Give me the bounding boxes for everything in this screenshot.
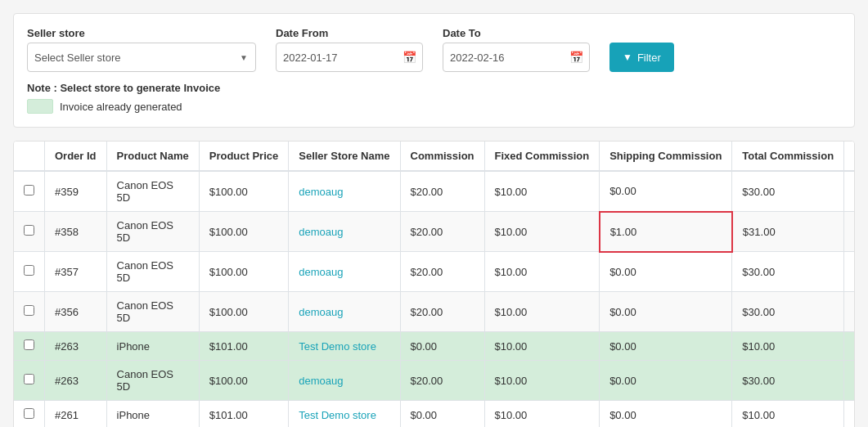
row-checkbox[interactable]	[24, 305, 34, 316]
row-product-price: $100.00	[199, 171, 289, 212]
row-checkbox[interactable]	[24, 408, 34, 419]
table-row: #359Canon EOS 5D$100.00demoaug$20.00$10.…	[14, 171, 855, 212]
row-fixed-commission: $10.00	[484, 292, 600, 332]
row-commission: $20.00	[400, 361, 484, 401]
row-total-commission: $30.00	[732, 252, 844, 292]
header-shipping-commission: Shipping Commission	[600, 142, 732, 171]
header-order-id: Order Id	[45, 142, 107, 171]
row-total-commission: $30.00	[732, 171, 844, 212]
seller-store-select[interactable]: Select Seller store	[27, 43, 256, 72]
table-row: #357Canon EOS 5D$100.00demoaug$20.00$10.…	[14, 252, 855, 292]
row-checkbox-cell	[14, 401, 45, 428]
seller-store-field: Seller store Select Seller store	[27, 27, 256, 72]
row-product-name: Canon EOS 5D	[106, 361, 199, 401]
row-fixed-commission: $10.00	[484, 252, 600, 292]
header-fixed-commission: Fixed Commission	[484, 142, 600, 171]
date-to-input[interactable]	[443, 43, 590, 72]
row-shipping-commission: $0.00	[600, 332, 732, 361]
row-total-commission: $30.00	[732, 361, 844, 401]
filter-button[interactable]: ▼ Filter	[609, 43, 674, 72]
header-seller-store-name: Seller Store Name	[289, 142, 400, 171]
row-shipping-commission: $0.00	[600, 361, 732, 401]
row-commission: $20.00	[400, 171, 484, 212]
row-order-id: #357	[45, 252, 107, 292]
date-from-calendar-icon[interactable]: 📅	[403, 51, 416, 64]
row-order-id: #356	[45, 292, 107, 332]
row-product-name: iPhone	[106, 332, 199, 361]
table-body: #359Canon EOS 5D$100.00demoaug$20.00$10.…	[14, 171, 855, 427]
filter-button-label: Filter	[637, 52, 661, 64]
legend-label: Invoice already generated	[60, 101, 182, 113]
row-product-price: $101.00	[199, 332, 289, 361]
date-to-calendar-icon[interactable]: 📅	[569, 51, 583, 64]
row-order-id: #263	[45, 361, 107, 401]
row-product-name: iPhone	[106, 401, 199, 428]
seller-store-select-wrapper: Select Seller store	[27, 43, 256, 72]
row-fixed-commission: $10.00	[484, 401, 600, 428]
filter-row: Seller store Select Seller store Date Fr…	[27, 27, 841, 72]
date-from-wrapper: 📅	[276, 43, 423, 72]
row-commission: $20.00	[400, 292, 484, 332]
row-seller-store-name[interactable]: demoaug	[289, 212, 400, 252]
table-row: #263iPhone$101.00Test Demo store$0.00$10…	[14, 332, 855, 361]
table-row: #356Canon EOS 5D$100.00demoaug$20.00$10.…	[14, 292, 855, 332]
row-checkbox-cell	[14, 332, 45, 361]
row-total-commission: $10.00	[732, 332, 844, 361]
row-fixed-commission: $10.00	[484, 332, 600, 361]
row-product-name: Canon EOS 5D	[106, 252, 199, 292]
row-created-date: 16/02/2022	[844, 212, 855, 252]
row-product-price: $100.00	[199, 292, 289, 332]
date-to-field: Date To 📅	[443, 27, 590, 72]
row-total-commission: $10.00	[732, 401, 844, 428]
row-seller-store-name[interactable]: demoaug	[289, 361, 400, 401]
date-from-field: Date From 📅	[276, 27, 423, 72]
row-product-name: Canon EOS 5D	[106, 212, 199, 252]
row-product-name: Canon EOS 5D	[106, 292, 199, 332]
row-fixed-commission: $10.00	[484, 212, 600, 252]
row-created-date: 16/02/2022	[844, 252, 855, 292]
note-text: Note : Select store to generate Invoice	[27, 82, 841, 94]
legend-item: Invoice already generated	[27, 99, 841, 114]
legend-box	[27, 99, 53, 114]
row-seller-store-name[interactable]: demoaug	[289, 252, 400, 292]
row-checkbox[interactable]	[24, 265, 34, 276]
table-row: #263Canon EOS 5D$100.00demoaug$20.00$10.…	[14, 361, 855, 401]
row-shipping-commission: $1.00	[600, 212, 732, 252]
row-seller-store-name[interactable]: demoaug	[289, 171, 400, 212]
seller-store-label: Seller store	[27, 27, 256, 39]
row-checkbox[interactable]	[24, 225, 34, 236]
row-commission: $0.00	[400, 332, 484, 361]
row-seller-store-name[interactable]: Test Demo store	[289, 401, 400, 428]
header-checkbox-col	[14, 142, 45, 171]
row-checkbox-cell	[14, 361, 45, 401]
table-container: Order Id Product Name Product Price Sell…	[13, 141, 855, 427]
row-created-date: 28/01/2022	[844, 332, 855, 361]
row-shipping-commission: $0.00	[600, 171, 732, 212]
row-checkbox[interactable]	[24, 339, 34, 350]
row-product-name: Canon EOS 5D	[106, 171, 199, 212]
row-seller-store-name[interactable]: demoaug	[289, 292, 400, 332]
row-seller-store-name[interactable]: Test Demo store	[289, 332, 400, 361]
row-checkbox[interactable]	[24, 185, 34, 196]
header-created-date: Created Date	[844, 142, 855, 171]
row-product-price: $100.00	[199, 212, 289, 252]
row-created-date: 16/02/2022	[844, 171, 855, 212]
header-row: Order Id Product Name Product Price Sell…	[14, 142, 855, 171]
row-shipping-commission: $0.00	[600, 401, 732, 428]
row-fixed-commission: $10.00	[484, 361, 600, 401]
filter-icon: ▼	[623, 52, 632, 63]
header-product-price: Product Price	[199, 142, 289, 171]
filter-panel: Seller store Select Seller store Date Fr…	[13, 13, 855, 128]
row-total-commission: $31.00	[732, 212, 844, 252]
table-row: #261iPhone$101.00Test Demo store$0.00$10…	[14, 401, 855, 428]
row-commission: $20.00	[400, 212, 484, 252]
table-header: Order Id Product Name Product Price Sell…	[14, 142, 855, 171]
row-product-price: $100.00	[199, 252, 289, 292]
header-product-name: Product Name	[106, 142, 199, 171]
date-from-input[interactable]	[276, 43, 423, 72]
row-checkbox[interactable]	[24, 374, 34, 384]
commissions-table: Order Id Product Name Product Price Sell…	[14, 142, 855, 427]
row-fixed-commission: $10.00	[484, 171, 600, 212]
row-created-date: 24/01/2022	[844, 401, 855, 428]
row-shipping-commission: $0.00	[600, 252, 732, 292]
